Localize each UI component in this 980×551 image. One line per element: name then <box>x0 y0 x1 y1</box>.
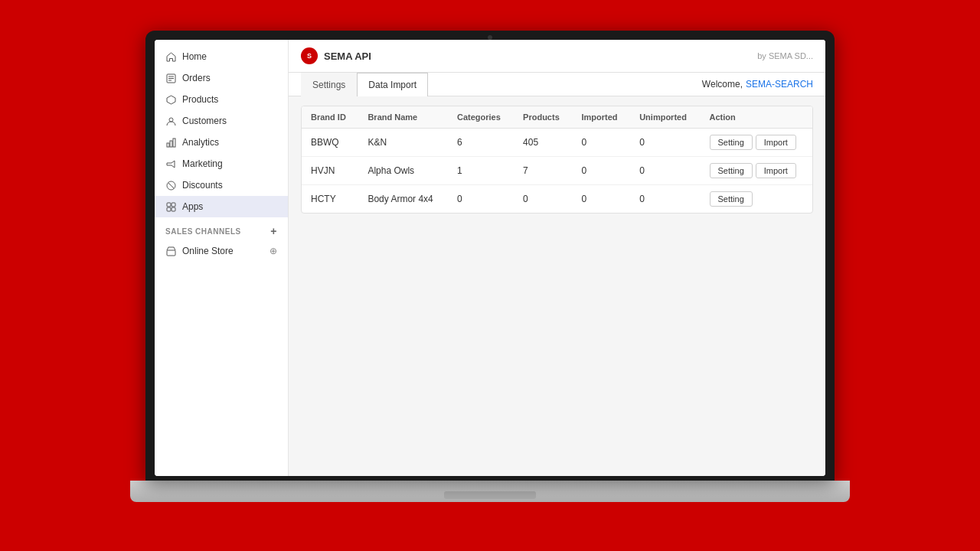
action-cell-0: Setting Import <box>710 135 804 150</box>
sales-channels-section: SALES CHANNELS + <box>155 217 288 240</box>
cell-products-1: 7 <box>514 157 572 185</box>
data-table: Brand ID Brand Name Categories Products … <box>302 106 812 213</box>
setting-button-2[interactable]: Setting <box>710 191 753 207</box>
sidebar-item-analytics[interactable]: Analytics <box>155 132 288 153</box>
sidebar-item-orders-label: Orders <box>182 73 211 83</box>
cell-categories-1: 1 <box>448 157 514 185</box>
col-brand-id: Brand ID <box>302 106 358 129</box>
sidebar-item-marketing[interactable]: Marketing <box>155 153 288 174</box>
screen-shell: Home Orders <box>145 31 835 481</box>
action-cell-2: Setting <box>710 191 804 207</box>
cell-categories-0: 6 <box>448 129 514 157</box>
col-categories: Categories <box>448 106 514 129</box>
tab-settings[interactable]: Settings <box>301 73 357 96</box>
products-icon <box>165 94 176 105</box>
tabs-welcome-row: Settings Data Import Welcome, SEMA-SEARC… <box>289 73 825 96</box>
action-cell-1: Setting Import <box>710 163 804 178</box>
sidebar-item-apps-label: Apps <box>182 201 203 212</box>
laptop-base <box>130 481 850 502</box>
channel-left: Online Store <box>165 246 234 256</box>
online-store-settings-icon[interactable]: ⊕ <box>270 246 277 256</box>
col-action: Action <box>701 106 813 129</box>
import-button-1[interactable]: Import <box>756 163 796 178</box>
cell-products-0: 405 <box>514 129 572 157</box>
marketing-icon <box>165 158 176 169</box>
orders-icon <box>165 73 176 83</box>
import-button-0[interactable]: Import <box>756 135 796 150</box>
table-row: HCTY Body Armor 4x4 0 0 0 0 Setting <box>302 185 812 214</box>
cell-imported-2: 0 <box>572 185 630 214</box>
svg-rect-6 <box>170 141 172 147</box>
cell-action-1: Setting Import <box>701 157 813 185</box>
table-header-row: Brand ID Brand Name Categories Products … <box>302 106 812 129</box>
svg-rect-12 <box>167 207 171 211</box>
data-table-container: Brand ID Brand Name Categories Products … <box>301 106 813 214</box>
home-icon <box>165 51 176 62</box>
cell-brand-name-0: K&N <box>358 129 448 157</box>
app-name: SEMA API <box>324 51 371 62</box>
cell-products-2: 0 <box>514 185 572 214</box>
cell-unimported-0: 0 <box>630 129 700 157</box>
logo-text: S <box>307 52 312 60</box>
cell-action-0: Setting Import <box>701 129 813 157</box>
app-header: S SEMA API by SEMA SD... <box>289 40 825 73</box>
sidebar-item-discounts-label: Discounts <box>182 180 223 191</box>
sidebar-item-products-label: Products <box>182 94 218 105</box>
table-row: HVJN Alpha Owls 1 7 0 0 Setting Import <box>302 157 812 185</box>
svg-rect-13 <box>172 207 175 211</box>
sidebar-item-analytics-label: Analytics <box>182 137 219 148</box>
store-icon <box>165 246 176 256</box>
sidebar-item-online-store[interactable]: Online Store ⊕ <box>155 240 288 262</box>
svg-rect-11 <box>172 203 175 207</box>
welcome-area: Welcome, SEMA-SEARCH <box>702 73 813 96</box>
cell-brand-id-1: HVJN <box>302 157 358 185</box>
setting-button-0[interactable]: Setting <box>710 135 753 150</box>
sidebar-item-products[interactable]: Products <box>155 89 288 110</box>
welcome-user-link[interactable]: SEMA-SEARCH <box>746 79 813 90</box>
cell-categories-2: 0 <box>448 185 514 214</box>
laptop-shell: Home Orders <box>130 31 850 520</box>
laptop-screen: Home Orders <box>155 40 825 476</box>
cell-brand-id-0: BBWQ <box>302 129 358 157</box>
add-channel-icon[interactable]: + <box>270 225 277 237</box>
cell-brand-id-2: HCTY <box>302 185 358 214</box>
svg-rect-7 <box>173 139 175 147</box>
discounts-icon <box>165 180 176 191</box>
table-row: BBWQ K&N 6 405 0 0 Setting Import <box>302 129 812 157</box>
sidebar-item-customers[interactable]: Customers <box>155 110 288 132</box>
welcome-text: Welcome, <box>702 79 743 90</box>
sidebar-item-marketing-label: Marketing <box>182 158 223 169</box>
cell-unimported-1: 0 <box>630 157 700 185</box>
analytics-icon <box>165 137 176 148</box>
app-by-label: by SEMA SD... <box>757 51 813 60</box>
svg-rect-14 <box>167 250 175 256</box>
cell-brand-name-1: Alpha Owls <box>358 157 448 185</box>
sales-channels-label: SALES CHANNELS <box>165 227 241 236</box>
col-brand-name: Brand Name <box>358 106 448 129</box>
laptop-camera <box>488 35 492 40</box>
sidebar-item-home[interactable]: Home <box>155 46 288 67</box>
customers-icon <box>165 116 176 126</box>
main-content: S SEMA API by SEMA SD... Settings Data I… <box>289 40 825 476</box>
setting-button-1[interactable]: Setting <box>710 163 753 178</box>
svg-point-4 <box>169 118 173 122</box>
svg-line-9 <box>168 183 174 188</box>
sidebar: Home Orders <box>155 40 289 476</box>
col-products: Products <box>514 106 572 129</box>
cell-imported-1: 0 <box>572 157 630 185</box>
col-unimported: Unimported <box>630 106 700 129</box>
col-imported: Imported <box>572 106 630 129</box>
tab-data-import[interactable]: Data Import <box>357 73 428 96</box>
sidebar-item-home-label: Home <box>182 51 207 62</box>
tabs-group: Settings Data Import <box>301 73 428 96</box>
cell-imported-0: 0 <box>572 129 630 157</box>
apps-icon <box>165 201 176 212</box>
cell-action-2: Setting <box>701 185 813 214</box>
sidebar-item-discounts[interactable]: Discounts <box>155 174 288 196</box>
svg-rect-5 <box>167 143 169 147</box>
laptop-touchpad <box>444 491 536 499</box>
sidebar-item-orders[interactable]: Orders <box>155 67 288 89</box>
cell-unimported-2: 0 <box>630 185 700 214</box>
cell-brand-name-2: Body Armor 4x4 <box>358 185 448 214</box>
sidebar-item-apps[interactable]: Apps <box>155 196 288 217</box>
